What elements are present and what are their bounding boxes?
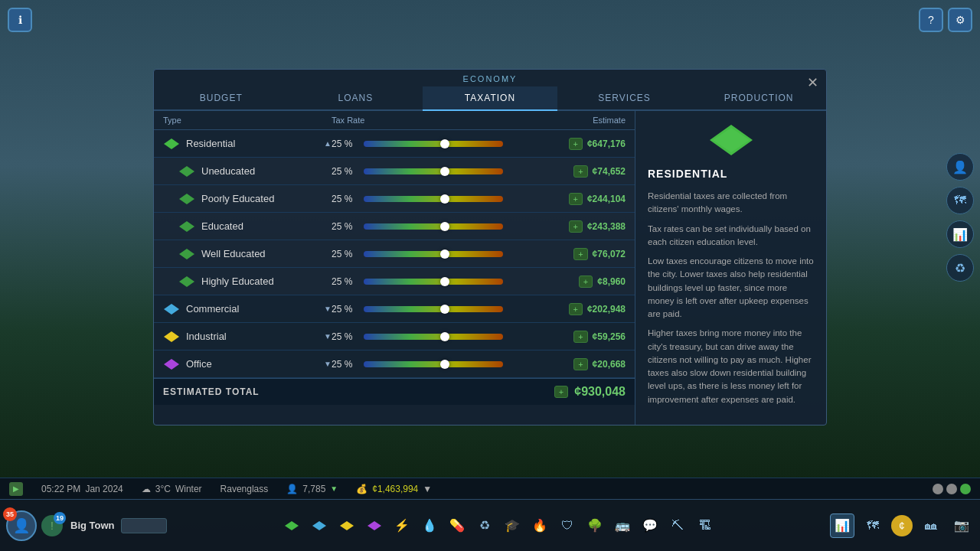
tab-loans[interactable]: LOANS bbox=[289, 86, 423, 111]
city-name: Big Town bbox=[70, 520, 115, 531]
tb-icon-residential[interactable] bbox=[279, 514, 304, 538]
tb-icon-industrial[interactable] bbox=[335, 514, 359, 538]
population-display: 👤 7,785 ▼ bbox=[286, 484, 338, 494]
slider-area[interactable]: 25 % bbox=[332, 194, 503, 204]
slider-thumb bbox=[440, 277, 449, 286]
tb-icon-education[interactable]: 🎓 bbox=[500, 514, 524, 538]
slider-area[interactable]: 25 % bbox=[332, 331, 503, 342]
tab-budget[interactable]: BUDGET bbox=[154, 86, 289, 111]
plus-button[interactable]: + bbox=[573, 358, 587, 370]
tb-icon-garbage[interactable]: ♻ bbox=[472, 514, 497, 538]
plus-button[interactable]: + bbox=[569, 303, 583, 315]
tb-icon-comms[interactable]: 💬 bbox=[638, 514, 662, 538]
slider-area[interactable]: 25 % bbox=[332, 249, 503, 259]
info-paragraph-3: Low taxes encourage citizens to move int… bbox=[648, 255, 814, 321]
type-cell: Office ▼ bbox=[163, 356, 332, 373]
side-icon-person[interactable]: 👤 bbox=[946, 153, 974, 181]
info-button[interactable]: ℹ bbox=[8, 8, 32, 32]
table-row: Commercial ▼ 25 % + ¢202,948 bbox=[154, 295, 635, 323]
tb-icon-layers[interactable]: 🗺 bbox=[861, 514, 885, 538]
total-value: ¢930,048 bbox=[574, 385, 626, 399]
weather-display: ☁ 3°C Winter bbox=[142, 484, 202, 494]
svg-marker-3 bbox=[179, 221, 194, 232]
side-icon-map[interactable]: 🗺 bbox=[946, 187, 974, 214]
estimate-cell: + ¢202,948 bbox=[503, 303, 626, 315]
tab-production[interactable]: PRODUCTION bbox=[691, 86, 826, 111]
settings-button[interactable]: ⚙ bbox=[948, 8, 972, 32]
plus-button[interactable]: + bbox=[573, 165, 587, 178]
info-paragraph-1: Residential taxes are collected from cit… bbox=[648, 190, 814, 217]
footer-plus-button[interactable]: + bbox=[554, 386, 568, 398]
slider-area[interactable]: 25 % bbox=[332, 276, 503, 287]
tb-icon-commercial[interactable] bbox=[307, 514, 332, 538]
type-cell: Well Educated bbox=[163, 246, 332, 262]
slider-area[interactable]: 25 % bbox=[332, 221, 503, 232]
expand-arrow[interactable]: ▲ bbox=[324, 139, 332, 148]
plus-button[interactable]: + bbox=[569, 138, 583, 150]
tb-icon-fire[interactable]: 🔥 bbox=[528, 514, 552, 538]
plus-button[interactable]: + bbox=[569, 193, 583, 205]
plus-button[interactable]: + bbox=[569, 220, 583, 233]
play-button[interactable]: ▶ bbox=[9, 482, 23, 496]
economy-coin-icon[interactable]: ¢ bbox=[891, 515, 913, 536]
slider-area[interactable]: 25 % bbox=[332, 166, 503, 177]
svg-marker-4 bbox=[179, 249, 194, 259]
tax-slider[interactable] bbox=[364, 196, 503, 202]
tb-icon-buildings[interactable]: 🏗 bbox=[693, 514, 717, 538]
poorly-educated-icon bbox=[178, 191, 195, 207]
plus-button[interactable]: + bbox=[573, 331, 587, 343]
type-cell: Uneducated bbox=[163, 163, 332, 180]
tax-slider[interactable] bbox=[364, 141, 503, 147]
estimate-cell: + ¢8,960 bbox=[503, 276, 626, 288]
tb-icon-health[interactable]: 💊 bbox=[445, 514, 469, 538]
plus-button[interactable]: + bbox=[573, 248, 587, 260]
tb-icon-buildings2[interactable]: 🏘 bbox=[919, 514, 943, 538]
tb-icon-stats[interactable]: 📊 bbox=[830, 514, 854, 538]
status-bar: ▶ 05:22 PM Jan 2024 ☁ 3°C Winter Ravengl… bbox=[0, 478, 980, 499]
plus-button[interactable]: + bbox=[579, 276, 593, 288]
top-right-icons: ? ⚙ bbox=[919, 8, 972, 32]
residential-icon bbox=[163, 135, 180, 152]
tb-icon-police[interactable]: 🛡 bbox=[555, 514, 580, 538]
table-row: Uneducated 25 % + ¢74,652 bbox=[154, 158, 635, 185]
tb-icon-water[interactable]: 💧 bbox=[417, 514, 442, 538]
slider-thumb bbox=[440, 305, 449, 314]
progress-bar-area bbox=[121, 518, 167, 533]
tax-slider[interactable] bbox=[364, 251, 503, 257]
tax-slider[interactable] bbox=[364, 361, 503, 367]
tax-slider[interactable] bbox=[364, 306, 503, 312]
tax-slider[interactable] bbox=[364, 279, 503, 285]
dot-2 bbox=[946, 484, 957, 494]
tb-icon-office[interactable] bbox=[362, 514, 387, 538]
expand-arrow[interactable]: ▼ bbox=[324, 305, 332, 313]
svg-marker-10 bbox=[713, 128, 750, 152]
commercial-icon bbox=[163, 301, 180, 318]
tax-slider[interactable] bbox=[364, 334, 503, 340]
tabs-container: BUDGET LOANS TAXATION SERVICES PRODUCTIO… bbox=[154, 86, 826, 111]
svg-marker-5 bbox=[179, 276, 194, 287]
side-icon-chart[interactable]: 📊 bbox=[946, 220, 974, 248]
tab-services[interactable]: SERVICES bbox=[557, 86, 692, 111]
tb-icon-electricity[interactable]: ⚡ bbox=[390, 514, 414, 538]
tb-icon-parks[interactable]: 🌳 bbox=[583, 514, 607, 538]
slider-area[interactable]: 25 % bbox=[332, 359, 503, 370]
tb-icon-transport[interactable]: 🚌 bbox=[610, 514, 635, 538]
side-icon-refresh[interactable]: ♻ bbox=[946, 254, 974, 282]
expand-arrow[interactable]: ▼ bbox=[324, 360, 332, 368]
tb-icon-roads[interactable]: ⛏ bbox=[665, 514, 690, 538]
alert-count: 19 bbox=[54, 512, 66, 524]
close-button[interactable]: ✕ bbox=[807, 74, 818, 91]
slider-area[interactable]: 25 % bbox=[332, 304, 503, 315]
expand-arrow[interactable]: ▼ bbox=[324, 332, 332, 341]
play-control[interactable]: ▶ bbox=[9, 482, 23, 496]
tab-taxation[interactable]: TAXATION bbox=[423, 86, 557, 111]
tax-slider[interactable] bbox=[364, 168, 503, 174]
money-display: 💰 ¢1,463,994 ▼ bbox=[356, 484, 432, 494]
help-button[interactable]: ? bbox=[919, 8, 943, 32]
svg-marker-14 bbox=[368, 521, 381, 530]
city-display: Ravenglass bbox=[220, 484, 269, 494]
tb-icon-screenshot[interactable]: 📷 bbox=[949, 514, 974, 538]
taskbar-right: 📊 🗺 ¢ 🏘 📷 bbox=[830, 514, 974, 538]
slider-area[interactable]: 25 % bbox=[332, 139, 503, 149]
tax-slider[interactable] bbox=[364, 223, 503, 230]
